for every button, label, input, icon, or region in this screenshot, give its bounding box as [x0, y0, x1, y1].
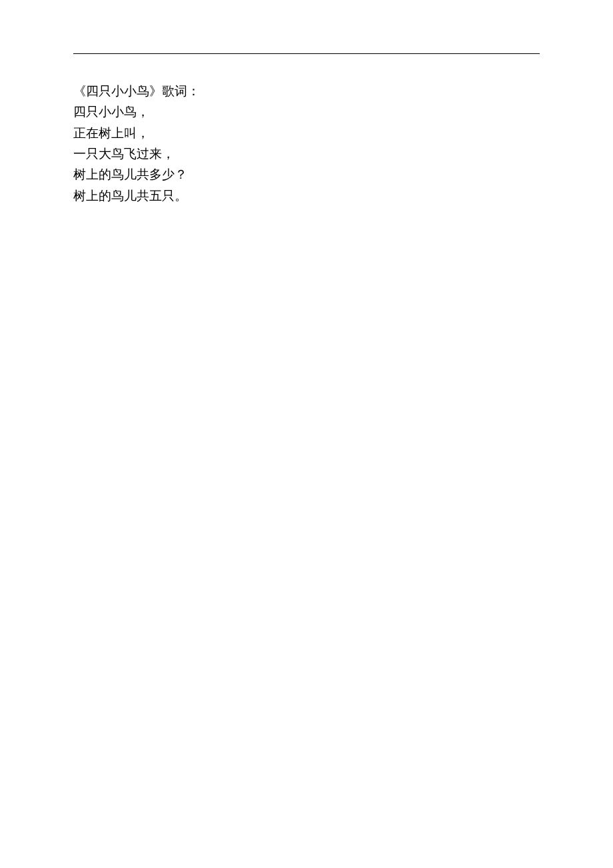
lyrics-line: 一只大鸟飞过来， [73, 143, 540, 164]
lyrics-line: 四只小小鸟， [73, 101, 540, 122]
lyrics-block: 《四只小小鸟》歌词： 四只小小鸟， 正在树上叫， 一只大鸟飞过来， 树上的鸟儿共… [73, 81, 540, 206]
lyrics-line: 树上的鸟儿共五只。 [73, 185, 540, 206]
lyrics-title: 《四只小小鸟》歌词： [73, 81, 540, 101]
lyrics-line: 正在树上叫， [73, 123, 540, 143]
horizontal-rule [73, 53, 540, 54]
document-page: 《四只小小鸟》歌词： 四只小小鸟， 正在树上叫， 一只大鸟飞过来， 树上的鸟儿共… [0, 0, 613, 868]
lyrics-line: 树上的鸟儿共多少？ [73, 164, 540, 185]
